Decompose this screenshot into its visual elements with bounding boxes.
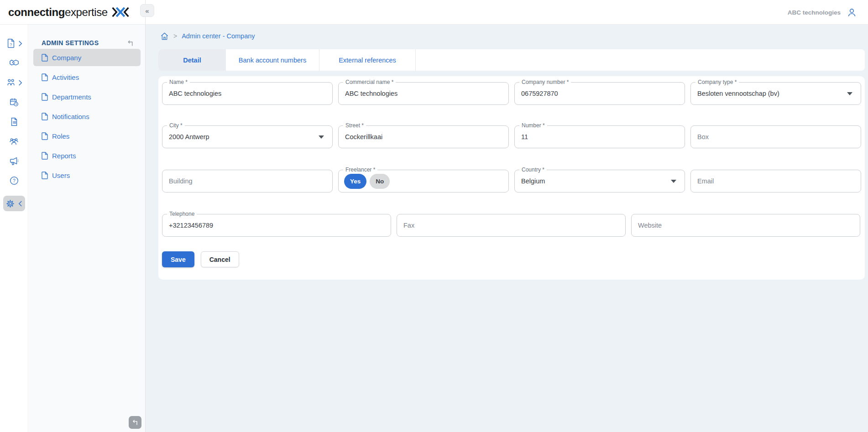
tab-external-references[interactable]: External references [319,49,416,71]
sidebar-item-label: Roles [52,132,69,140]
sidebar-item-users[interactable]: Users [33,167,141,184]
street-field: Street * [338,125,509,148]
sidebar-item-roles[interactable]: Roles [33,127,141,145]
country-value: Belgium [521,170,545,192]
sidebar-item-label: Activities [52,73,79,81]
user-icon[interactable] [847,7,857,18]
tab-bar: Detail Bank account numbers External ref… [158,49,865,71]
help-icon: ? [9,176,19,186]
breadcrumb-link[interactable]: Admin center - Company [182,32,255,40]
chevron-right-icon [18,80,22,86]
calendar-clock-icon [9,97,19,107]
document-icon [9,117,19,127]
sidebar-collapse-button[interactable]: « [140,4,154,17]
return-icon[interactable] [126,39,134,47]
nav-team[interactable] [9,136,19,146]
name-input[interactable] [162,83,332,104]
building-field [162,170,333,193]
sidebar-item-label: Reports [52,152,76,160]
email-field [690,170,861,193]
freelancer-field: Freelancer * Yes No [338,170,509,193]
admin-settings-panel: ADMIN SETTINGS Company Activities Depart… [29,25,145,432]
home-icon[interactable] [160,32,169,41]
number-input[interactable] [515,126,685,148]
box-field [690,125,861,148]
nav-documents[interactable] [9,117,19,127]
sidebar-item-notifications[interactable]: Notifications [33,108,141,125]
company-number-input[interactable] [515,83,685,104]
freelancer-no-toggle[interactable]: No [370,174,390,189]
nav-settings[interactable] [3,196,25,211]
sidebar-item-company[interactable]: Company [33,49,141,66]
sidebar-item-activities[interactable]: Activities [33,68,141,86]
telephone-field: Telephone [162,214,391,237]
logo-text-bold: connecting [8,6,65,19]
fax-field [397,214,626,237]
commercial-name-field: Commercial name * [338,82,509,105]
caret-down-icon [671,180,676,183]
page-icon [42,152,48,160]
freelancer-yes-toggle[interactable]: Yes [344,174,366,189]
return-icon [131,419,139,426]
svg-text:?: ? [13,178,16,183]
box-input[interactable] [691,126,861,148]
freelancer-toggle: Yes No [344,174,390,189]
team-icon [9,136,19,146]
sidebar-item-reports[interactable]: Reports [33,147,141,164]
save-button[interactable]: Save [162,251,194,267]
sidebar-item-departments[interactable]: Departments [33,88,141,105]
nav-requests[interactable]: ? [6,38,22,48]
freelancer-label: Freelancer * [343,167,377,173]
account-area: ABC technologies [788,0,857,25]
account-name: ABC technologies [788,9,841,16]
tab-bank-account-numbers[interactable]: Bank account numbers [226,49,319,71]
caret-down-icon [319,135,324,139]
gear-icon [5,199,15,208]
website-input[interactable] [632,214,860,236]
nav-announcements[interactable] [9,156,19,166]
panel-title: ADMIN SETTINGS [42,39,99,47]
commercial-name-input[interactable] [339,83,508,104]
page-icon [42,172,48,179]
telephone-input[interactable] [162,214,391,236]
website-field [631,214,860,237]
fax-input[interactable] [397,214,625,236]
nav-help[interactable]: ? [9,176,19,186]
number-field: Number * [514,125,685,148]
nav-people[interactable] [6,78,22,88]
panel-divider [145,0,146,432]
building-input[interactable] [162,170,332,192]
country-select[interactable]: Country * Belgium [514,170,685,193]
breadcrumb-separator: > [173,32,177,40]
street-input[interactable] [339,126,508,148]
nav-planning[interactable] [9,97,19,107]
cancel-button[interactable]: Cancel [201,251,239,267]
sidebar-item-label: Notifications [52,113,89,120]
chevron-right-icon [18,41,22,47]
caret-down-icon [847,92,852,95]
admin-settings-menu: Company Activities Departments Notificat… [29,49,145,184]
email-input[interactable] [691,170,861,192]
handshake-icon [9,58,20,68]
app-logo: connectingexpertise [8,6,130,19]
tab-detail[interactable]: Detail [158,49,226,71]
page-icon [42,132,48,140]
page-icon [42,73,48,81]
form-actions: Save Cancel [162,251,861,267]
logo-text-light: expertise [65,6,108,19]
sidebar-item-label: Company [52,54,81,62]
city-value: 2000 Antwerp [169,126,209,148]
name-field: Name * [162,82,333,105]
top-bar: connectingexpertise ABC technologies [0,0,868,25]
company-number-field: Company number * [514,82,685,105]
nav-partners[interactable] [9,58,20,68]
company-detail-form: Name * Commercial name * Company number … [158,76,865,280]
main-content: > Admin center - Company Detail Bank acc… [146,25,868,432]
megaphone-icon [9,156,19,166]
panel-return-button[interactable] [129,416,141,429]
logo-x-icon [111,6,130,18]
page-icon [42,113,48,120]
company-type-select[interactable]: Company type * Besloten vennootschap (bv… [690,82,861,105]
page-icon [42,93,48,101]
city-select[interactable]: City * 2000 Antwerp [162,125,333,148]
